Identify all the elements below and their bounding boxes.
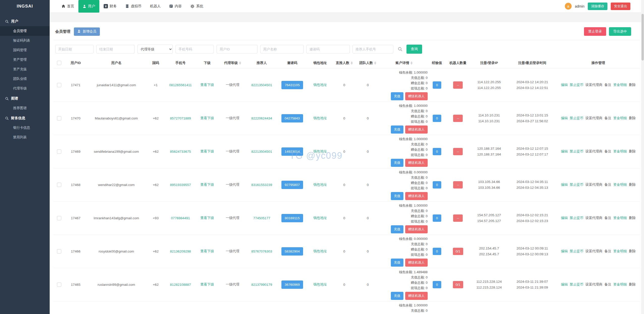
sidebar-section-atlas[interactable]: 图谱 (0, 93, 50, 103)
op-ban-withdraw[interactable]: 禁止提币 (570, 282, 583, 286)
gift-robot-button[interactable]: 赠送机器人 (405, 259, 428, 267)
op-fund-detail[interactable]: 资金明细 (613, 249, 627, 253)
op-set-agent[interactable]: 设置代理商 (585, 116, 602, 120)
op-delete[interactable]: 删除 (629, 282, 636, 286)
recharge-button[interactable]: 充值 (391, 259, 403, 267)
search-button[interactable]: 查询 (406, 45, 422, 54)
recharge-button[interactable]: 充值 (391, 92, 403, 100)
sort-icon[interactable] (374, 61, 376, 65)
view-subordinates-link[interactable]: 查看下级 (200, 116, 214, 120)
referrer-phone-input[interactable] (353, 45, 393, 53)
phone-link[interactable]: 0776984491 (171, 216, 190, 220)
phone-link[interactable]: 89519339557 (170, 183, 191, 187)
invite-code-input[interactable] (306, 45, 350, 53)
op-fund-detail[interactable]: 资金明细 (613, 183, 627, 186)
sidebar-item-member-management[interactable]: 会员管理 (0, 26, 50, 36)
op-set-agent[interactable]: 设置代理商 (585, 282, 602, 286)
invite-code-badge[interactable]: 76431105 (281, 81, 303, 89)
end-date-input[interactable] (96, 45, 135, 53)
referrer-link[interactable]: 83161553239 (251, 183, 272, 187)
op-delete[interactable]: 删除 (629, 116, 636, 120)
export-selected-button[interactable]: 导出选中 (609, 27, 631, 36)
sidebar-item-asset-recharge[interactable]: 资产充值 (0, 65, 50, 74)
ban-login-button[interactable]: 禁止登录 (584, 27, 606, 36)
wallet-address-link[interactable]: 钱包地址 (313, 282, 327, 286)
referrer-link[interactable]: 82213504501 (251, 83, 272, 87)
nav-item-robot[interactable]: 机器人 (146, 0, 165, 13)
row-checkbox[interactable] (57, 83, 61, 87)
wallet-address-link[interactable]: 钱包地址 (313, 83, 327, 87)
op-ban-withdraw[interactable]: 禁止提币 (570, 116, 583, 120)
op-set-agent[interactable]: 设置代理商 (585, 249, 602, 253)
op-remark[interactable]: 备注 (604, 183, 611, 186)
invite-code-badge[interactable]: 58382904 (281, 247, 303, 256)
op-remark[interactable]: 备注 (604, 282, 611, 286)
row-checkbox[interactable] (57, 282, 61, 287)
op-ban-withdraw[interactable]: 禁止提币 (570, 249, 583, 253)
recharge-button[interactable]: 充值 (391, 192, 403, 200)
op-delete[interactable]: 删除 (629, 183, 636, 186)
op-set-agent[interactable]: 设置代理商 (585, 183, 602, 186)
op-edit[interactable]: 编辑 (561, 149, 568, 153)
phone-link[interactable]: 81282108887 (170, 283, 191, 287)
phone-link[interactable]: 85727071889 (170, 116, 191, 120)
invite-code-badge[interactable]: 80169115 (281, 214, 303, 222)
wallet-address-link[interactable]: 钱包地址 (313, 149, 327, 153)
op-edit[interactable]: 编辑 (561, 249, 568, 253)
nav-item-home[interactable]: 首页 (57, 0, 78, 13)
op-edit[interactable]: 编辑 (561, 183, 568, 186)
referrer-link[interactable]: 82213504501 (251, 150, 272, 153)
sort-icon[interactable] (239, 61, 241, 65)
start-date-input[interactable] (55, 45, 94, 53)
wallet-address-link[interactable]: 钱包地址 (313, 249, 327, 253)
op-edit[interactable]: 编辑 (561, 282, 568, 286)
gift-robot-button[interactable]: 赠送机器人 (405, 225, 428, 233)
op-fund-detail[interactable]: 资金明细 (613, 116, 627, 120)
op-remark[interactable]: 备注 (604, 149, 611, 153)
op-delete[interactable]: 删除 (629, 216, 636, 220)
op-delete[interactable]: 删除 (629, 249, 636, 253)
sidebar-item-agent-level[interactable]: 代理等级 (0, 84, 50, 93)
phone-link[interactable]: 081265561411 (169, 83, 192, 87)
view-subordinates-link[interactable]: 查看下级 (200, 282, 214, 286)
sidebar-item-recommend-atlas[interactable]: 推荐图谱 (0, 103, 50, 113)
sidebar-item-captcha-list[interactable]: 验证码列表 (0, 36, 50, 45)
op-ban-withdraw[interactable]: 禁止提币 (570, 183, 583, 186)
op-set-agent[interactable]: 设置代理商 (585, 149, 602, 153)
referrer-link[interactable]: 85767076303 (251, 249, 272, 253)
op-fund-detail[interactable]: 资金明细 (613, 282, 627, 286)
add-member-button[interactable]: 新增会员 (74, 27, 100, 36)
agent-level-select[interactable]: 代理等级 (137, 45, 173, 54)
invite-code-badge[interactable]: 04275843 (281, 114, 303, 122)
row-checkbox[interactable] (57, 149, 61, 154)
op-ban-withdraw[interactable]: 禁止提币 (570, 83, 583, 87)
view-subordinates-link[interactable]: 查看下级 (200, 183, 214, 186)
op-fund-detail[interactable]: 资金明细 (613, 83, 627, 87)
admin-username[interactable]: admin (575, 4, 584, 8)
gift-robot-button[interactable]: 赠送机器人 (405, 159, 428, 167)
recharge-button[interactable]: 充值 (391, 225, 403, 233)
column-header[interactable]: 直推人数 (333, 58, 356, 68)
op-delete[interactable]: 删除 (629, 83, 636, 87)
view-subordinates-link[interactable]: 查看下级 (200, 83, 214, 87)
sidebar-item-country-code-mgmt[interactable]: 国码管理 (0, 45, 50, 55)
gift-robot-button[interactable]: 赠送机器人 (405, 292, 428, 300)
sidebar-item-asset-management[interactable]: 资产管理 (0, 55, 50, 65)
scrollbar-track[interactable] (641, 0, 644, 314)
sort-icon[interactable] (351, 61, 353, 65)
view-subordinates-link[interactable]: 查看下级 (200, 149, 214, 153)
recharge-button[interactable]: 充值 (391, 125, 403, 134)
op-edit[interactable]: 编辑 (561, 83, 568, 87)
nav-item-users[interactable]: 用户 (78, 0, 99, 13)
clear-cache-button[interactable]: 清除缓存 (588, 3, 607, 10)
invite-code-badge[interactable]: 36760969 (281, 280, 303, 289)
gift-robot-button[interactable]: 赠送机器人 (405, 125, 428, 134)
op-ban-withdraw[interactable]: 禁止提币 (570, 216, 583, 220)
column-header[interactable]: 团队人数 (356, 58, 380, 68)
sidebar-item-bank-card-info[interactable]: 银行卡信息 (0, 123, 50, 133)
logout-button[interactable]: 安全退出 (611, 3, 630, 10)
nav-item-finance[interactable]: ¥财务 (99, 0, 121, 13)
phone-input[interactable] (175, 45, 214, 53)
sidebar-item-disabled-list[interactable]: 禁用列表 (0, 133, 50, 142)
sidebar-item-team-performance[interactable]: 团队业绩 (0, 74, 50, 84)
